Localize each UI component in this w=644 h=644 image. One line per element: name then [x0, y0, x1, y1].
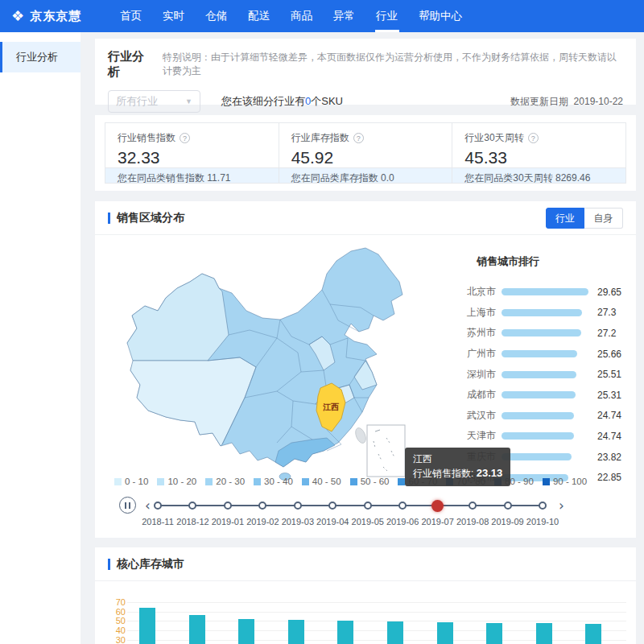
metric-value: 45.33 [464, 148, 613, 167]
nav-item-行业[interactable]: 行业 [365, 0, 408, 32]
metric-card: 行业库存指数?45.92您在同品类库存指数 0.0 [279, 123, 453, 183]
legend-item: 40 - 50 [302, 477, 341, 486]
inventory-bar [337, 621, 353, 644]
legend-item: 30 - 40 [254, 477, 293, 486]
help-icon[interactable]: ? [353, 133, 364, 143]
help-icon[interactable]: ? [528, 133, 539, 143]
city-bar-track [502, 329, 592, 336]
city-label: 深圳市 [459, 368, 496, 382]
city-bar [502, 371, 576, 378]
city-ranking-title: 销售城市排行 [477, 254, 630, 269]
y-axis-tick-label: 60 [101, 607, 126, 617]
city-bar [502, 412, 574, 419]
timeline-node-2019-09[interactable] [504, 502, 512, 510]
city-value: 29.65 [597, 287, 630, 298]
data-update-date: 数据更新日期 2019-10-22 [510, 95, 623, 109]
timeline-node-2019-02[interactable] [258, 502, 266, 510]
timeline-node-2019-10[interactable] [539, 502, 547, 510]
legend-item: 90 - 100 [543, 477, 587, 486]
legend-swatch [114, 478, 122, 485]
nav-item-帮助中心[interactable]: 帮助中心 [408, 0, 473, 32]
legend-label: 40 - 50 [312, 477, 341, 486]
industry-select[interactable]: 所有行业 ▼ [108, 90, 200, 113]
legend-label: 0 - 10 [125, 477, 148, 486]
city-value: 27.2 [597, 328, 630, 339]
timeline-next-icon[interactable]: › [559, 496, 564, 515]
nav-item-仓储[interactable]: 仓储 [195, 0, 237, 32]
metric-value: 32.33 [118, 148, 266, 167]
inventory-bar [238, 619, 254, 644]
city-value: 25.51 [597, 369, 630, 380]
timeline-node-2018-12[interactable] [188, 502, 196, 510]
pause-icon [129, 502, 130, 509]
toggle-自身[interactable]: 自身 [584, 208, 623, 229]
sku-summary: 您在该细分行业有0个SKU [221, 94, 343, 109]
inventory-bar [437, 622, 453, 644]
timeline-node-2019-01[interactable] [224, 502, 232, 510]
metric-label: 行业库存指数 [291, 132, 349, 143]
nav-item-首页[interactable]: 首页 [109, 0, 152, 32]
city-bar-track [502, 432, 592, 440]
nav-item-商品[interactable]: 商品 [280, 0, 323, 32]
legend-label: 20 - 30 [216, 477, 245, 486]
pause-button[interactable] [119, 497, 136, 514]
help-icon[interactable]: ? [180, 133, 190, 143]
timeline-node-2019-06[interactable] [398, 502, 407, 510]
industry-self-toggle: 行业自身 [546, 208, 623, 229]
timeline-node-2019-03[interactable] [294, 502, 302, 510]
city-rank-row: 北京市29.65 [459, 282, 630, 303]
city-label: 上海市 [459, 306, 496, 320]
y-axis-tick-label: 30 [101, 635, 126, 644]
city-value: 23.82 [597, 452, 630, 463]
metric-label: 行业销售指数 [118, 132, 175, 143]
metric-label: 行业30天周转 [464, 132, 523, 143]
city-bar [502, 391, 576, 398]
city-bar-track [502, 371, 592, 378]
toggle-行业[interactable]: 行业 [546, 208, 584, 229]
inventory-bar [585, 624, 601, 644]
nav-item-实时[interactable]: 实时 [152, 0, 195, 32]
timeline-node-2019-08[interactable] [469, 502, 477, 510]
inventory-bar [387, 621, 403, 644]
inventory-bar [288, 620, 304, 644]
nav-menu: 首页实时仓储配送商品异常行业帮助中心 [109, 0, 473, 32]
city-rank-row: 天津市24.74 [459, 426, 630, 447]
core-inventory-title: 核心库存城市 [117, 557, 184, 572]
city-rank-row: 上海市27.3 [459, 303, 630, 324]
chevron-down-icon: ▼ [185, 97, 192, 105]
legend-item: 10 - 20 [157, 477, 196, 486]
timeline-node-2019-04[interactable] [328, 502, 336, 510]
city-label: 广州市 [459, 347, 496, 361]
active-tab-underline [375, 30, 399, 32]
legend-swatch [302, 478, 309, 485]
inventory-bar [189, 615, 205, 644]
nav-item-配送[interactable]: 配送 [237, 0, 280, 32]
nav-item-异常[interactable]: 异常 [323, 0, 365, 32]
brand[interactable]: ❖ 京东京慧 [11, 9, 95, 24]
timeline-node-2019-07[interactable] [431, 500, 444, 512]
timeline-node-2019-05[interactable] [364, 502, 372, 510]
city-value: 25.66 [597, 349, 630, 360]
timeline-prev-icon[interactable]: ‹ [145, 496, 151, 515]
city-bar [502, 309, 582, 316]
city-label: 天津市 [459, 429, 496, 443]
y-axis-tick-label: 50 [101, 616, 126, 625]
city-bar [502, 453, 572, 460]
sidebar-item-industry-analysis[interactable]: 行业分析 [0, 42, 80, 72]
section-accent-bar [108, 213, 110, 224]
city-value: 24.74 [597, 431, 630, 442]
city-value: 27.3 [597, 307, 630, 318]
city-label: 武汉市 [459, 409, 496, 423]
map-region-xinjiang [127, 274, 229, 361]
chart-gridline [127, 602, 626, 603]
brand-name: 京东京慧 [30, 9, 81, 24]
city-label: 苏州市 [459, 326, 496, 340]
metric-footer: 您在同品类库存指数 0.0 [279, 167, 452, 183]
industry-select-value: 所有行业 [116, 94, 158, 109]
page-title: 行业分析 [108, 49, 153, 80]
timeline-node-2018-11[interactable] [154, 502, 162, 510]
section-accent-bar [108, 559, 110, 570]
timeline-track [158, 505, 543, 506]
brand-diamond-icon: ❖ [11, 9, 24, 23]
legend-swatch [157, 478, 164, 485]
